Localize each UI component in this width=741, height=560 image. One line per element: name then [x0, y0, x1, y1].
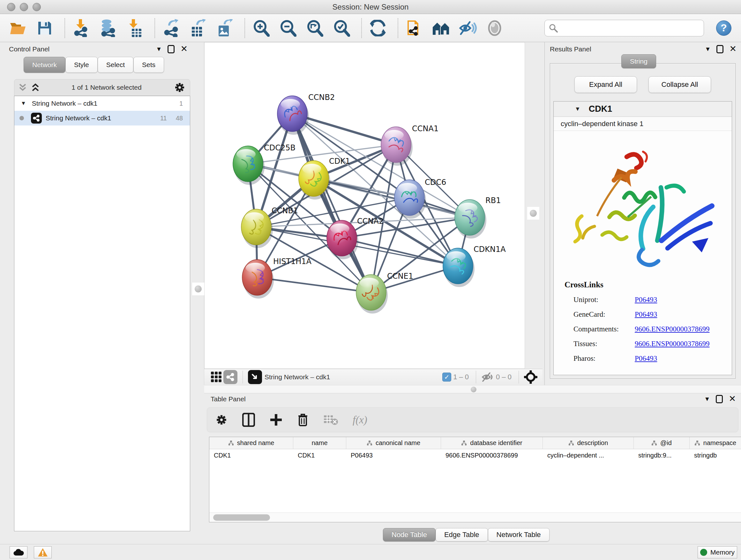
export-network-icon[interactable]: [161, 18, 181, 38]
help-button[interactable]: ?: [716, 20, 731, 36]
section-collapse-icon[interactable]: ▼: [575, 106, 581, 112]
tab-string[interactable]: String: [621, 54, 656, 68]
hidden-eye-icon[interactable]: [481, 372, 494, 382]
crosslink-value-link[interactable]: 9606.ENSP00000378699: [635, 340, 710, 348]
selection-mode-crosshair-icon[interactable]: [524, 370, 537, 384]
crosslink-value-link[interactable]: 9606.ENSP00000378699: [635, 325, 710, 333]
tab-edge-table[interactable]: Edge Table: [435, 528, 488, 542]
network-node-CDKN1A[interactable]: [443, 248, 475, 287]
table-cell[interactable]: stringdb:9...: [634, 449, 690, 461]
panel-close-icon[interactable]: ✕: [729, 395, 736, 403]
column-header--id[interactable]: @id: [634, 437, 690, 449]
collapse-all-icon[interactable]: [19, 83, 26, 91]
table-cell[interactable]: cyclin–dependent ...: [543, 449, 634, 461]
table-row[interactable]: CDK1CDK1P064939606.ENSP00000378699cyclin…: [209, 449, 741, 461]
sphere-effect-icon[interactable]: [485, 18, 504, 38]
table-cell[interactable]: CDK1: [209, 449, 293, 461]
panel-float-icon[interactable]: [717, 45, 724, 53]
tab-network[interactable]: Network: [23, 57, 65, 73]
network-edge[interactable]: [257, 277, 371, 293]
tab-sets[interactable]: Sets: [133, 57, 164, 73]
network-options-gear-icon[interactable]: [174, 82, 185, 93]
node-table[interactable]: shared namenamecanonical namedatabase id…: [209, 437, 741, 522]
column-header-description[interactable]: description: [543, 437, 634, 449]
search-input[interactable]: [544, 20, 704, 37]
right-splitter-handle[interactable]: [527, 207, 539, 220]
import-table-file-icon[interactable]: [125, 18, 144, 38]
network-node-CDC6[interactable]: [394, 180, 426, 219]
tab-select[interactable]: Select: [98, 57, 133, 73]
network-node-CDK1[interactable]: [299, 161, 330, 199]
zoom-selected-icon[interactable]: [332, 18, 351, 38]
column-header-canonical-name[interactable]: canonical name: [346, 437, 441, 449]
network-node-CCNA1[interactable]: [381, 127, 413, 166]
panel-close-icon[interactable]: ✕: [180, 45, 188, 53]
network-node-CCNA2[interactable]: [327, 220, 358, 259]
grid-view-icon[interactable]: [209, 370, 223, 384]
add-column-icon[interactable]: [270, 414, 282, 426]
warning-status-button[interactable]: [34, 546, 52, 558]
string-houses-icon[interactable]: [431, 18, 451, 38]
show-columns-icon[interactable]: [242, 413, 255, 427]
crosslink-value-link[interactable]: P06493: [635, 296, 657, 304]
expand-all-icon[interactable]: [31, 83, 39, 91]
panel-close-icon[interactable]: ✕: [729, 45, 737, 53]
network-collection-row[interactable]: ▼ String Network – cdk1 1: [14, 96, 190, 111]
crosslink-value-link[interactable]: P06493: [635, 310, 657, 319]
cloud-status-button[interactable]: [10, 546, 27, 558]
panel-float-icon[interactable]: [167, 45, 175, 53]
splitter-handle[interactable]: [192, 283, 204, 295]
open-session-icon[interactable]: [8, 18, 27, 38]
collection-expand-icon[interactable]: ▼: [21, 100, 26, 107]
import-network-file-icon[interactable]: [71, 18, 91, 38]
selected-nodes-checkbox[interactable]: ✓: [442, 373, 451, 381]
scrollbar-thumb[interactable]: [213, 514, 270, 521]
function-builder-icon[interactable]: f(x): [353, 414, 367, 426]
network-node-RB1[interactable]: [455, 199, 486, 239]
network-node-HIST1H1A[interactable]: [242, 260, 274, 299]
save-session-icon[interactable]: [35, 18, 54, 38]
panel-float-icon[interactable]: [716, 395, 723, 403]
table-cell[interactable]: CDK1: [293, 449, 346, 461]
collapse-all-button[interactable]: Collapse All: [649, 76, 711, 93]
zoom-out-icon[interactable]: [278, 18, 297, 38]
table-settings-gear-icon[interactable]: [215, 414, 227, 426]
network-row[interactable]: String Network – cdk1 11 48: [14, 111, 190, 125]
delete-column-trash-icon[interactable]: [297, 413, 309, 427]
network-canvas[interactable]: CCNB2CCNA1CDC25BCDK1CDC6RB1CCNB1CCNA2CDK…: [204, 42, 525, 369]
memory-button[interactable]: Memory: [697, 546, 737, 558]
expand-all-button[interactable]: Expand All: [575, 76, 637, 93]
birds-eye-view-icon[interactable]: [248, 370, 262, 384]
panel-menu-icon[interactable]: ▼: [156, 46, 162, 52]
zoom-fit-icon[interactable]: [305, 18, 324, 38]
import-network-database-icon[interactable]: [98, 18, 118, 38]
tab-node-table[interactable]: Node Table: [383, 528, 435, 542]
tab-style[interactable]: Style: [65, 57, 98, 73]
table-cell[interactable]: P06493: [346, 449, 441, 461]
panel-menu-icon[interactable]: ▼: [705, 46, 711, 52]
zoom-in-icon[interactable]: [252, 18, 271, 38]
crosslink-value-link[interactable]: P06493: [635, 354, 657, 363]
export-image-icon[interactable]: [215, 18, 234, 38]
table-cell[interactable]: stringdb: [690, 449, 741, 461]
table-cell[interactable]: 9606.ENSP00000378699: [441, 449, 543, 461]
horizontal-scrollbar[interactable]: [209, 512, 741, 522]
panel-menu-icon[interactable]: ▼: [704, 396, 711, 402]
refresh-view-icon[interactable]: [368, 18, 387, 38]
delete-table-icon[interactable]: [323, 414, 338, 426]
new-network-from-selection-icon[interactable]: [405, 18, 424, 38]
horizontal-splitter[interactable]: [204, 385, 741, 393]
network-share-icon[interactable]: [223, 370, 238, 384]
column-header-name[interactable]: name: [293, 437, 346, 449]
network-node-CCNB1[interactable]: [241, 209, 273, 248]
network-node-CCNB2[interactable]: [277, 96, 309, 135]
column-header-namespace[interactable]: namespace: [690, 437, 741, 449]
column-header-shared-name[interactable]: shared name: [209, 437, 293, 449]
gene-section-header[interactable]: ▼ CDK1: [554, 102, 732, 117]
column-header-database-identifier[interactable]: database identifier: [441, 437, 543, 449]
left-splitter[interactable]: [192, 42, 204, 385]
hide-graphics-details-icon[interactable]: [458, 18, 477, 38]
export-table-icon[interactable]: [188, 18, 207, 38]
tab-network-table[interactable]: Network Table: [488, 528, 549, 542]
network-node-CCNE1[interactable]: [356, 274, 388, 314]
